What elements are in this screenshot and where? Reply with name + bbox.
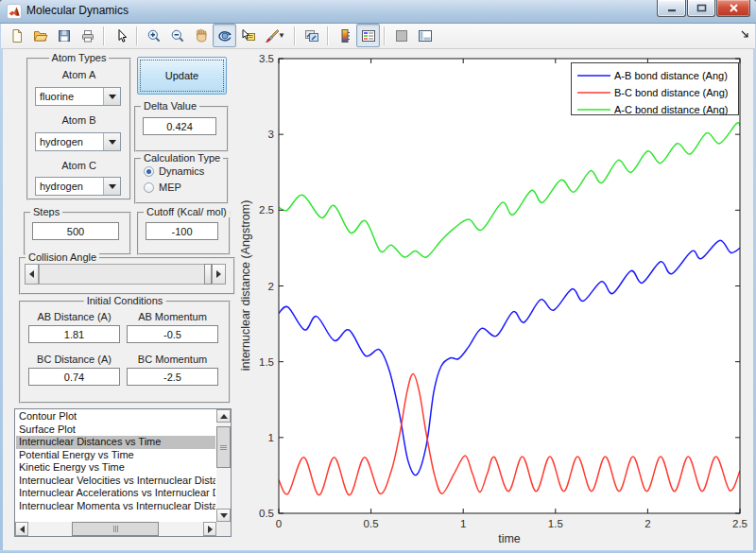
calculation-type-title: Calculation Type xyxy=(141,152,223,164)
toolbar-overflow-arrow[interactable] xyxy=(741,30,749,39)
delta-value-title: Delta Value xyxy=(141,100,199,112)
y-axis-label: internuclear distance (Angstrom) xyxy=(239,200,252,372)
toolbar-separator xyxy=(136,26,138,45)
figure-toolbar: ▼ xyxy=(1,23,755,49)
chevron-down-icon xyxy=(109,140,116,145)
atom-c-select[interactable]: hydrogen xyxy=(35,177,121,196)
vertical-scrollbar[interactable] xyxy=(216,409,231,522)
show-plot-tools-icon xyxy=(418,28,433,43)
scroll-right-button[interactable] xyxy=(203,522,216,536)
toolbar-show-plot-tools-button[interactable] xyxy=(413,24,437,47)
plot-type-listbox[interactable]: Contour Plot Surface Plot Internuclear D… xyxy=(14,408,232,537)
atom-b-select[interactable]: hydrogen xyxy=(35,132,121,151)
maximize-button[interactable] xyxy=(687,0,715,17)
toolbar-save-button[interactable] xyxy=(52,24,76,47)
cutoff-field[interactable] xyxy=(146,222,218,240)
slider-thumb[interactable] xyxy=(204,264,212,285)
toolbar-new-figure-button[interactable] xyxy=(5,24,28,47)
chevron-down-icon: ▼ xyxy=(278,31,285,40)
atom-types-panel: Atom Types Atom A fluorine Atom B hydrog… xyxy=(26,58,131,200)
arrow-left-icon xyxy=(29,270,34,278)
zoom-out-icon xyxy=(170,28,185,43)
toolbar-colorbar-button[interactable] xyxy=(333,24,356,47)
toolbar-pointer-button[interactable] xyxy=(109,24,132,47)
y-tick-label: 2.5 xyxy=(259,204,274,216)
delta-value-field[interactable] xyxy=(143,117,216,135)
toolbar-separator xyxy=(103,26,105,45)
chart[interactable]: 00.511.522.50.511.522.533.5 time internu… xyxy=(236,52,756,553)
window-frame xyxy=(0,23,3,553)
atom-b-value: hydrogen xyxy=(36,133,103,150)
toolbar-brush-button[interactable]: ▼ xyxy=(260,24,290,47)
ab-distance-field[interactable] xyxy=(28,325,120,343)
slider-track[interactable] xyxy=(39,264,212,285)
collision-angle-slider[interactable] xyxy=(25,264,226,285)
minimize-button[interactable] xyxy=(657,0,686,17)
toolbar-zoom-in-button[interactable] xyxy=(142,24,165,47)
cutoff-panel: Cutoff (Kcal/ mol) xyxy=(137,212,231,255)
rotate-3d-icon xyxy=(217,28,232,43)
x-tick-label: 0 xyxy=(276,518,282,529)
close-button[interactable] xyxy=(716,0,750,17)
ab-distance-label: AB Distance (A) xyxy=(28,311,120,322)
atom-a-select[interactable]: fluorine xyxy=(35,87,121,106)
slider-right-arrow[interactable] xyxy=(212,264,226,285)
legend-label-ab: A-B bond distance (Ang) xyxy=(614,70,728,81)
scroll-up-button[interactable] xyxy=(216,409,231,423)
radio-mep-label: MEP xyxy=(159,181,181,193)
list-item[interactable]: Internuclear Velocities vs Internuclear … xyxy=(16,475,215,488)
toolbar-zoom-out-button[interactable] xyxy=(165,24,189,47)
calculation-type-panel: Calculation Type Dynamics MEP xyxy=(134,158,229,204)
y-tick-label: 1.5 xyxy=(259,356,274,368)
horizontal-scrollbar[interactable] xyxy=(15,522,216,536)
chart-legend[interactable]: A-B bond distance (Ang) B-C bond distanc… xyxy=(572,63,739,116)
chevron-down-icon xyxy=(109,95,116,99)
matlab-logo-icon xyxy=(7,4,22,19)
list-item[interactable]: Contour Plot xyxy=(16,410,215,423)
arrow-up-icon xyxy=(220,414,228,419)
bc-distance-field[interactable] xyxy=(28,368,120,386)
list-item[interactable]: Internuclear Distances vs Time xyxy=(16,436,215,449)
open-folder-icon xyxy=(33,28,48,43)
atom-a-label: Atom A xyxy=(28,69,129,80)
toolbar-pan-button[interactable] xyxy=(189,24,213,47)
radio-dynamics-label: Dynamics xyxy=(159,165,204,177)
list-item[interactable]: Kinetic Energy vs Time xyxy=(16,461,215,475)
ab-momentum-field[interactable] xyxy=(127,325,218,343)
atom-a-dropdown-button[interactable] xyxy=(103,88,120,105)
toolbar-legend-button[interactable] xyxy=(356,24,380,47)
y-tick-label: 3 xyxy=(268,129,274,140)
toolbar-print-button[interactable] xyxy=(76,24,99,47)
list-item[interactable]: Internuclear Accelerations vs Internucle… xyxy=(16,487,215,500)
arrow-right-icon xyxy=(216,270,221,278)
y-tick-label: 2 xyxy=(268,281,274,292)
toolbar-open-file-button[interactable] xyxy=(28,24,52,47)
bc-momentum-field[interactable] xyxy=(127,368,218,386)
toolbar-data-cursor-button[interactable] xyxy=(236,24,260,47)
scroll-left-button[interactable] xyxy=(15,522,28,536)
atom-c-dropdown-button[interactable] xyxy=(103,178,120,195)
toolbar-link-plot-button[interactable] xyxy=(300,24,323,47)
radio-mep-circle[interactable] xyxy=(144,182,154,193)
radio-dynamics[interactable]: Dynamics xyxy=(144,165,204,177)
list-item[interactable]: Internuclear Momenta vs Internuclear Dis… xyxy=(16,500,215,513)
update-button[interactable]: Update xyxy=(137,57,227,95)
toolbar-hide-plot-tools-button[interactable] xyxy=(389,24,413,47)
delta-value-panel: Delta Value xyxy=(134,106,229,152)
steps-panel: Steps xyxy=(24,212,131,255)
plot-area[interactable] xyxy=(279,59,740,513)
list-item[interactable]: Surface Plot xyxy=(16,423,215,437)
slider-left-arrow[interactable] xyxy=(25,264,39,285)
vertical-scroll-thumb[interactable] xyxy=(216,426,231,468)
scroll-down-button[interactable] xyxy=(216,509,231,522)
list-item[interactable]: Potential Energy vs Time xyxy=(16,449,215,462)
steps-field[interactable] xyxy=(32,222,119,240)
atom-b-dropdown-button[interactable] xyxy=(103,133,120,150)
radio-dynamics-circle[interactable] xyxy=(144,166,154,177)
window-title: Molecular Dynamics xyxy=(26,4,129,17)
toolbar-rotate-3d-button[interactable] xyxy=(213,24,236,47)
radio-mep[interactable]: MEP xyxy=(144,181,181,193)
legend-label-ac: A-C bond distance (Ang) xyxy=(614,104,728,115)
horizontal-scroll-thumb[interactable] xyxy=(72,522,159,536)
title-bar[interactable]: Molecular Dynamics xyxy=(0,0,756,24)
